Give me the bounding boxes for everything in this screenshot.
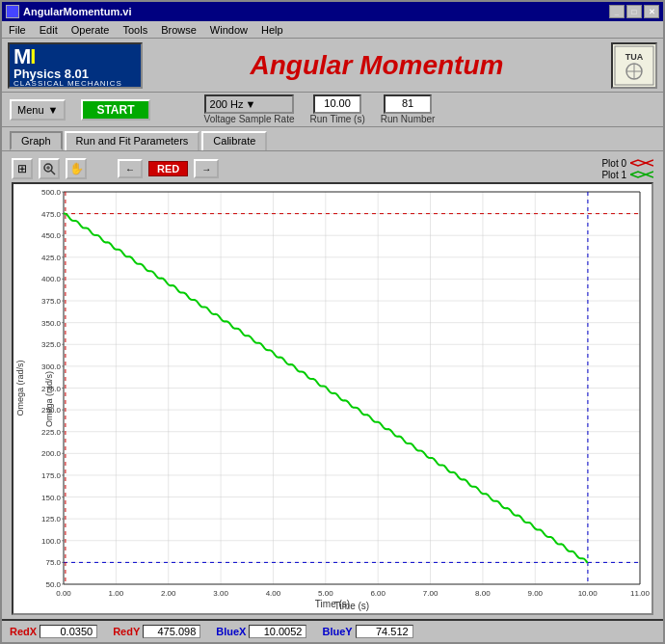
blue-x-label: BlueX [216, 626, 246, 637]
menu-dropdown[interactable]: Menu ▼ [10, 99, 66, 121]
header-logo-right: TUA [611, 42, 657, 89]
voltage-dropdown-arrow: ▼ [245, 98, 255, 110]
graph-toolbar: ⊞ ✋ ← RED → Plot 0 [8, 155, 657, 182]
pan-tool-button[interactable]: ✋ [66, 158, 87, 179]
close-button[interactable]: ✕ [644, 5, 659, 18]
run-time-value[interactable]: 10.00 [313, 94, 361, 114]
tab-graph[interactable]: Graph [10, 131, 63, 150]
voltage-sample-rate-dropdown[interactable]: 200 Hz ▼ [204, 94, 295, 114]
x-axis-label: Time (s) [315, 599, 350, 609]
menu-help[interactable]: Help [258, 24, 286, 36]
run-time-container: 10.00 Run Time (s) [309, 94, 364, 124]
maximize-button[interactable]: □ [626, 5, 642, 18]
run-number-value[interactable]: 81 [384, 94, 432, 114]
legend-plot1-line [630, 171, 653, 178]
minimize-button[interactable]: _ [609, 5, 625, 18]
window-title: AngularMomentum.vi [23, 6, 131, 17]
run-time-label: Run Time (s) [309, 114, 364, 124]
logo-physics: Physics 8.01 [13, 67, 89, 80]
blue-y-container: BlueY 74.512 [322, 625, 412, 638]
graph-area: ⊞ ✋ ← RED → Plot 0 [2, 151, 663, 619]
zoom-tool-button[interactable] [39, 158, 60, 179]
plot-legend: Plot 0 Plot 1 [601, 158, 653, 180]
voltage-sample-rate-value: 200 Hz [210, 98, 244, 110]
menu-dropdown-label: Menu [17, 104, 44, 116]
legend-plot1: Plot 1 [601, 170, 653, 180]
menu-bar: File Edit Operate Tools Browse Window He… [2, 21, 663, 39]
tab-calibrate[interactable]: Calibrate [201, 131, 267, 150]
cursor-label: RED [148, 161, 188, 176]
red-x-container: RedX 0.0350 [10, 625, 97, 638]
dropdown-arrow-icon: ▼ [48, 104, 59, 116]
app-icon [6, 5, 19, 18]
main-window: AngularMomentum.vi _ □ ✕ File Edit Opera… [0, 0, 665, 644]
start-button[interactable]: START [81, 99, 149, 121]
logo-mi: MI [13, 46, 35, 67]
red-x-label: RedX [10, 626, 37, 637]
y-axis-label: Omega (rad/s) [44, 370, 54, 426]
menu-browse[interactable]: Browse [158, 24, 200, 36]
toolbar-section: Menu ▼ START 200 Hz ▼ Voltage Sample Rat… [2, 93, 663, 127]
tua-logo-svg: TUA [613, 44, 655, 87]
svg-line-7 [51, 171, 55, 174]
legend-plot0-label: Plot 0 [601, 158, 626, 169]
voltage-sample-rate-label: Voltage Sample Rate [204, 114, 295, 124]
header-section: MI Physics 8.01 CLASSICAL MECHANICS Angu… [2, 39, 663, 93]
red-y-container: RedY 475.098 [113, 625, 200, 638]
nav-right-button[interactable]: → [194, 159, 219, 178]
chart-container: Omega (rad/s) Time (s) [12, 182, 653, 615]
svg-text:TUA: TUA [625, 52, 644, 62]
logo-classical: CLASSICAL MECHANICS [13, 80, 122, 88]
blue-y-label: BlueY [322, 626, 352, 637]
nav-left-button[interactable]: ← [118, 159, 143, 178]
red-y-value: 475.098 [143, 625, 200, 638]
legend-plot1-label: Plot 1 [601, 170, 626, 180]
menu-window[interactable]: Window [207, 24, 251, 36]
voltage-sample-rate-container: 200 Hz ▼ Voltage Sample Rate [204, 94, 295, 124]
blue-x-container: BlueX 10.0052 [216, 625, 306, 638]
grid-tool-button[interactable]: ⊞ [12, 158, 33, 179]
title-bar-controls: _ □ ✕ [609, 5, 659, 18]
blue-y-value: 74.512 [356, 625, 413, 638]
run-number-container: 81 Run Number [381, 94, 436, 124]
logo-box: MI Physics 8.01 CLASSICAL MECHANICS [8, 42, 143, 89]
menu-file[interactable]: File [6, 24, 29, 36]
main-chart-canvas[interactable] [13, 184, 652, 613]
app-title: Angular Momentum [150, 50, 603, 81]
menu-operate[interactable]: Operate [68, 24, 113, 36]
legend-plot0: Plot 0 [601, 158, 653, 169]
legend-plot0-line [630, 159, 653, 167]
blue-x-value: 10.0052 [249, 625, 306, 638]
zoom-icon [42, 162, 56, 175]
red-y-label: RedY [113, 626, 140, 637]
tab-run-fit-parameters[interactable]: Run and Fit Parameters [65, 131, 200, 150]
title-bar-left: AngularMomentum.vi [6, 5, 131, 18]
tabs-section: Graph Run and Fit Parameters Calibrate [2, 127, 663, 151]
status-bar: RedX 0.0350 RedY 475.098 BlueX 10.0052 B… [2, 619, 663, 642]
menu-tools[interactable]: Tools [120, 24, 150, 36]
red-x-value: 0.0350 [40, 625, 97, 638]
run-number-label: Run Number [381, 114, 436, 124]
menu-edit[interactable]: Edit [37, 24, 61, 36]
title-bar: AngularMomentum.vi _ □ ✕ [2, 2, 663, 21]
